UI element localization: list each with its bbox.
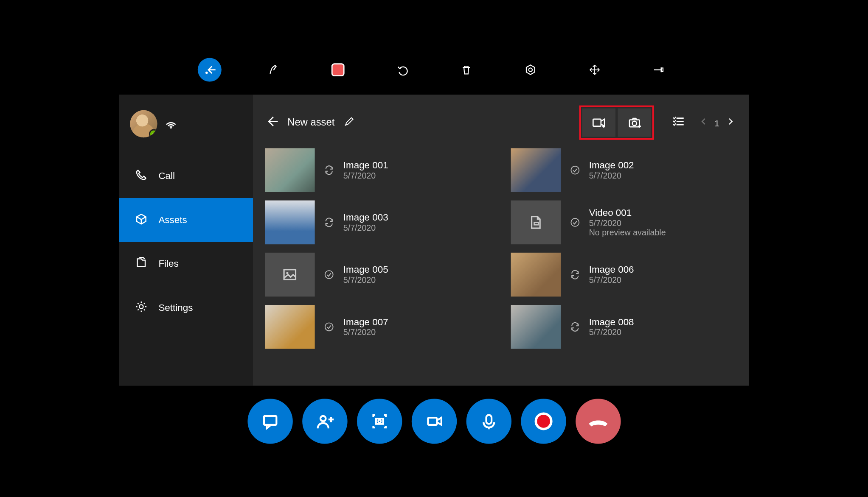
asset-item[interactable]: Image 007 5/7/2020 — [265, 305, 487, 349]
color-swatch-red — [331, 63, 344, 76]
asset-date: 5/7/2020 — [343, 275, 388, 285]
arrow-tool-button[interactable] — [197, 58, 221, 82]
undo-button[interactable] — [390, 58, 414, 82]
asset-item[interactable]: Image 006 5/7/2020 — [510, 253, 732, 297]
asset-thumbnail-placeholder — [265, 253, 315, 297]
phone-icon — [135, 168, 148, 184]
profile-area — [119, 104, 253, 154]
wifi-icon — [164, 116, 177, 131]
asset-title: Image 005 — [343, 265, 388, 275]
asset-item[interactable]: Image 003 5/7/2020 — [265, 201, 487, 245]
add-video-button[interactable] — [582, 109, 615, 137]
asset-item[interactable]: Image 005 5/7/2020 — [265, 253, 487, 297]
sync-refresh-icon — [569, 269, 581, 280]
asset-date: 5/7/2020 — [589, 275, 634, 285]
app-frame: Call Assets Files Settings New asset — [119, 53, 749, 444]
capture-tools-highlight — [579, 106, 654, 140]
sync-refresh-icon — [569, 321, 581, 332]
asset-title: Image 001 — [343, 160, 388, 170]
add-participant-button[interactable] — [302, 399, 347, 444]
box-icon — [135, 212, 148, 228]
select-mode-button[interactable] — [671, 115, 685, 130]
pin-button[interactable] — [647, 58, 671, 82]
asset-note: No preview available — [589, 228, 666, 237]
sidebar-item-label: Assets — [158, 215, 187, 225]
mic-toggle-button[interactable] — [466, 399, 511, 444]
sync-done-icon — [569, 165, 581, 176]
asset-grid: Image 001 5/7/2020 Image 002 5/7/2020 — [253, 148, 749, 358]
asset-title: Image 008 — [589, 317, 634, 327]
page-title: New asset — [287, 117, 334, 128]
asset-title: Image 002 — [589, 160, 634, 170]
pager: 1 — [699, 117, 734, 128]
color-picker-button[interactable] — [326, 58, 350, 82]
gear-icon — [135, 300, 148, 316]
move-tool-button[interactable] — [583, 58, 607, 82]
asset-thumbnail — [510, 305, 560, 349]
presence-badge-available — [149, 129, 157, 138]
asset-title: Video 001 — [589, 207, 666, 218]
add-photo-button[interactable] — [618, 109, 651, 137]
avatar[interactable] — [130, 110, 157, 137]
page-number: 1 — [714, 117, 719, 128]
asset-title: Image 003 — [343, 212, 388, 223]
sync-done-icon — [323, 321, 335, 332]
asset-date: 5/7/2020 — [589, 218, 666, 228]
asset-thumbnail-placeholder — [510, 201, 560, 245]
main-panel: Call Assets Files Settings New asset — [119, 95, 749, 385]
content-header: New asset 1 — [253, 95, 749, 148]
sync-refresh-icon — [323, 165, 335, 176]
main-content: New asset 1 — [253, 95, 749, 385]
edit-title-button[interactable] — [344, 116, 354, 129]
annotation-toolbar — [119, 53, 749, 95]
delete-button[interactable] — [454, 58, 478, 82]
sync-refresh-icon — [323, 217, 335, 228]
asset-thumbnail — [510, 253, 560, 297]
sync-done-icon — [569, 217, 581, 228]
asset-item[interactable]: Video 001 5/7/2020 No preview available — [510, 201, 732, 245]
back-button[interactable] — [265, 114, 279, 131]
asset-date: 5/7/2020 — [343, 171, 388, 180]
sidebar: Call Assets Files Settings — [119, 95, 253, 385]
sidebar-item-label: Files — [158, 259, 178, 269]
asset-thumbnail — [265, 201, 315, 245]
chat-button[interactable] — [247, 399, 292, 444]
files-icon — [135, 256, 148, 271]
record-button[interactable] — [521, 399, 566, 444]
call-controls — [119, 385, 749, 444]
hangup-button[interactable] — [576, 399, 621, 444]
shape-tool-button[interactable] — [518, 58, 542, 82]
asset-date: 5/7/2020 — [589, 327, 634, 337]
asset-title: Image 007 — [343, 317, 388, 327]
asset-date: 5/7/2020 — [589, 171, 634, 180]
sync-done-icon — [323, 269, 335, 280]
asset-thumbnail — [510, 148, 560, 192]
video-toggle-button[interactable] — [411, 399, 456, 444]
sidebar-item-label: Settings — [158, 302, 193, 313]
ink-tool-button[interactable] — [262, 58, 286, 82]
sidebar-item-files[interactable]: Files — [119, 242, 253, 286]
next-page-button[interactable] — [725, 117, 735, 128]
asset-item[interactable]: Image 002 5/7/2020 — [510, 148, 732, 192]
prev-page-button[interactable] — [699, 117, 708, 128]
sidebar-item-assets[interactable]: Assets — [119, 198, 253, 242]
sidebar-item-label: Call — [158, 171, 175, 181]
asset-date: 5/7/2020 — [343, 327, 388, 337]
asset-date: 5/7/2020 — [343, 223, 388, 232]
asset-item[interactable]: Image 001 5/7/2020 — [265, 148, 487, 192]
asset-title: Image 006 — [589, 265, 634, 275]
asset-item[interactable]: Image 008 5/7/2020 — [510, 305, 732, 349]
sidebar-item-call[interactable]: Call — [119, 154, 253, 198]
asset-thumbnail — [265, 305, 315, 349]
asset-thumbnail — [265, 148, 315, 192]
capture-button[interactable] — [357, 399, 402, 444]
sidebar-item-settings[interactable]: Settings — [119, 286, 253, 330]
